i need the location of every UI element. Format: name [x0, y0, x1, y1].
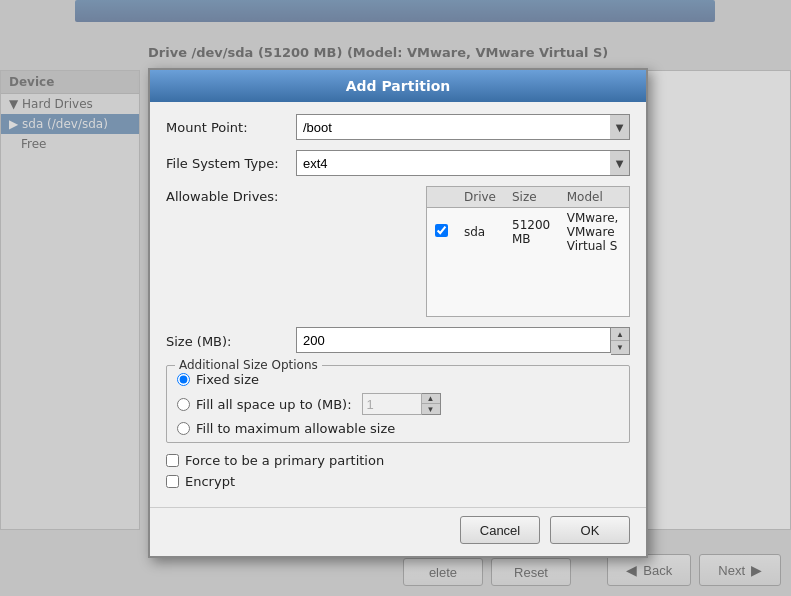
drives-col-drive: Drive	[456, 187, 504, 208]
drive-row-sda: sda 51200 MB VMware, VMware Virtual S	[427, 208, 629, 257]
cancel-button[interactable]: Cancel	[460, 516, 540, 544]
drives-col-check	[427, 187, 456, 208]
fill-mb-up-button[interactable]: ▲	[422, 394, 440, 404]
fill-all-label: Fill all space up to (MB):	[196, 397, 352, 412]
dialog-body: Mount Point: /boot / /home swap ▼ File S…	[150, 102, 646, 507]
drive-checkbox-cell[interactable]	[427, 208, 456, 257]
size-options-legend: Additional Size Options	[175, 358, 322, 372]
size-row: Size (MB): ▲ ▼	[166, 327, 630, 355]
fill-max-radio[interactable]	[177, 422, 190, 435]
drives-col-model: Model	[559, 187, 629, 208]
fill-max-label: Fill to maximum allowable size	[196, 421, 395, 436]
allowable-drives-label: Allowable Drives:	[166, 186, 296, 204]
drive-name-sda: sda	[456, 208, 504, 257]
size-options-group: Additional Size Options Fixed size Fill …	[166, 365, 630, 443]
drive-size-sda: 51200 MB	[504, 208, 559, 257]
file-system-label: File System Type:	[166, 156, 296, 171]
file-system-row: File System Type: ext4 ext3 ext2 swap ▼	[166, 150, 630, 176]
size-input[interactable]	[296, 327, 611, 353]
fill-mb-down-button[interactable]: ▼	[422, 404, 440, 414]
drives-col-size: Size	[504, 187, 559, 208]
file-system-select-wrapper: ext4 ext3 ext2 swap ▼	[296, 150, 630, 176]
mount-point-row: Mount Point: /boot / /home swap ▼	[166, 114, 630, 140]
size-down-button[interactable]: ▼	[611, 341, 629, 354]
size-control: ▲ ▼	[296, 327, 630, 355]
encrypt-label: Encrypt	[185, 474, 235, 489]
add-partition-dialog: Add Partition Mount Point: /boot / /home…	[148, 68, 648, 558]
allowable-drives-row: Allowable Drives: Drive Size Model	[166, 186, 630, 317]
dialog-buttons: Cancel OK	[150, 507, 646, 556]
drives-table-empty-space	[427, 256, 629, 316]
fill-mb-arrows: ▲ ▼	[422, 393, 441, 415]
size-spinbox: ▲ ▼	[296, 327, 630, 355]
encrypt-row: Encrypt	[166, 474, 630, 489]
size-label: Size (MB):	[166, 334, 296, 349]
size-spinbox-arrows: ▲ ▼	[611, 327, 630, 355]
drive-model-sda: VMware, VMware Virtual S	[559, 208, 629, 257]
mount-point-select-wrapper: /boot / /home swap ▼	[296, 114, 630, 140]
file-system-control: ext4 ext3 ext2 swap ▼	[296, 150, 630, 176]
force-primary-label: Force to be a primary partition	[185, 453, 384, 468]
mount-point-label: Mount Point:	[166, 120, 296, 135]
drive-checkbox-sda[interactable]	[435, 224, 448, 237]
force-primary-row: Force to be a primary partition	[166, 453, 630, 468]
ok-button[interactable]: OK	[550, 516, 630, 544]
fill-max-row: Fill to maximum allowable size	[177, 421, 619, 436]
file-system-select[interactable]: ext4 ext3 ext2 swap	[296, 150, 630, 176]
size-up-button[interactable]: ▲	[611, 328, 629, 341]
fill-mb-input[interactable]	[362, 393, 422, 415]
mount-point-select[interactable]: /boot / /home swap	[296, 114, 630, 140]
fixed-size-radio[interactable]	[177, 373, 190, 386]
fixed-size-row: Fixed size	[177, 372, 619, 387]
encrypt-checkbox[interactable]	[166, 475, 179, 488]
fixed-size-label: Fixed size	[196, 372, 259, 387]
drives-table: Drive Size Model sda 51200 MB VMwar	[427, 187, 629, 256]
dialog-title: Add Partition	[150, 70, 646, 102]
drives-table-wrapper: Drive Size Model sda 51200 MB VMwar	[426, 186, 630, 317]
fill-all-radio[interactable]	[177, 398, 190, 411]
fill-mb-wrapper: ▲ ▼	[362, 393, 441, 415]
fill-all-row: Fill all space up to (MB): ▲ ▼	[177, 393, 619, 415]
mount-point-control: /boot / /home swap ▼	[296, 114, 630, 140]
force-primary-checkbox[interactable]	[166, 454, 179, 467]
